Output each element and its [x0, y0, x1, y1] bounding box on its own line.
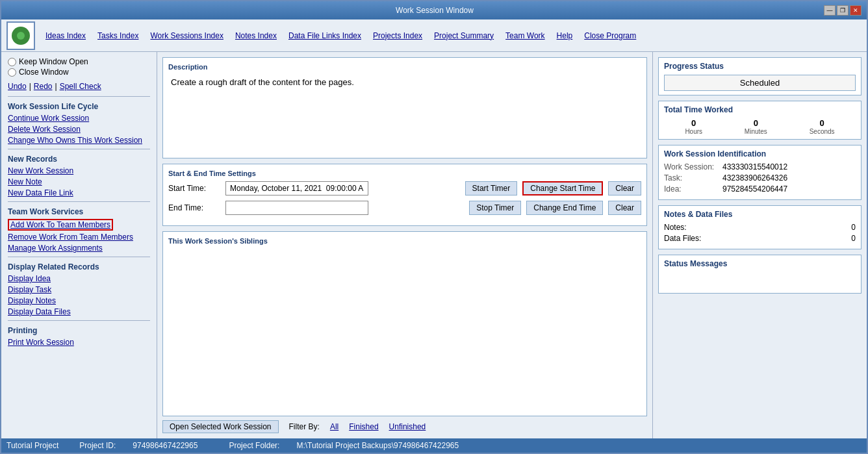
- title-bar: Work Session Window — ❐ ✕: [1, 1, 867, 19]
- total-time-title: Total Time Worked: [664, 105, 856, 114]
- display-notes-link[interactable]: Display Notes: [8, 296, 56, 305]
- status-project-folder-value: M:\Tutorial Project Backups\974986467422…: [296, 441, 459, 450]
- notes-data-title: Notes & Data Files: [664, 210, 856, 219]
- main-content: Keep Window Open Close Window Undo | Red…: [1, 52, 867, 438]
- change-who-owns-link[interactable]: Change Who Owns This Work Session: [8, 136, 142, 145]
- description-label: Description: [168, 63, 641, 71]
- status-project-folder: Project Folder: M:\Tutorial Project Back…: [229, 441, 469, 450]
- hours-label: Hours: [685, 128, 702, 135]
- print-work-session-item: Print Work Session: [8, 338, 150, 347]
- display-data-files-link[interactable]: Display Data Files: [8, 307, 71, 316]
- filter-finished-link[interactable]: Finished: [349, 422, 378, 431]
- start-clear-button[interactable]: Clear: [608, 181, 641, 195]
- nav-tasks-index[interactable]: Tasks Index: [97, 31, 138, 40]
- data-files-key: Data Files:: [664, 234, 701, 243]
- add-work-highlight: Add Work To Team Members: [8, 219, 113, 231]
- lifecycle-title: Work Session Life Cycle: [8, 102, 150, 111]
- status-bar: Tutorial Project Project ID: 97498646742…: [1, 438, 867, 453]
- nav-ideas-index[interactable]: Ideas Index: [45, 31, 86, 40]
- close-button[interactable]: ✕: [850, 5, 862, 16]
- main-window: Work Session Window — ❐ ✕ Ideas Index Ta…: [0, 0, 868, 454]
- seconds-value: 0: [810, 118, 835, 128]
- divider-3: [8, 201, 150, 202]
- nav-team-work[interactable]: Team Work: [505, 31, 544, 40]
- work-session-value: 433330315540012: [722, 162, 787, 171]
- minutes-item: 0 Minutes: [745, 118, 767, 135]
- display-task-link[interactable]: Display Task: [8, 285, 51, 294]
- notes-value: 0: [851, 223, 856, 232]
- filter-unfinished-link[interactable]: Unfinished: [389, 422, 426, 431]
- start-time-input[interactable]: [225, 181, 368, 195]
- work-session-id-row: Work Session: 433330315540012: [664, 162, 856, 171]
- siblings-label: This Work Session's Siblings: [168, 237, 641, 245]
- end-clear-button[interactable]: Clear: [608, 201, 641, 215]
- keep-window-open-radio[interactable]: Keep Window Open: [8, 57, 150, 66]
- divider-5: [8, 320, 150, 321]
- logo-inner: [17, 32, 25, 40]
- nav-help[interactable]: Help: [557, 31, 573, 40]
- hours-item: 0 Hours: [685, 118, 702, 135]
- end-time-input[interactable]: [225, 201, 368, 215]
- display-idea-item: Display Idea: [8, 274, 150, 283]
- change-end-time-button[interactable]: Change End Time: [526, 201, 603, 215]
- idea-key: Idea:: [664, 184, 722, 194]
- edit-actions: Undo | Redo | Spell Check: [8, 82, 150, 91]
- status-messages-title: Status Messages: [664, 259, 856, 268]
- display-task-item: Display Task: [8, 285, 150, 294]
- identification-section: Work Session Identification Work Session…: [658, 145, 862, 200]
- nav-projects-index[interactable]: Projects Index: [373, 31, 422, 40]
- notes-key: Notes:: [664, 223, 687, 232]
- restore-button[interactable]: ❐: [837, 5, 849, 16]
- redo-link[interactable]: Redo: [34, 82, 53, 91]
- change-who-owns-item: Change Who Owns This Work Session: [8, 136, 150, 145]
- new-note-link[interactable]: New Note: [8, 177, 42, 186]
- nav-notes-index[interactable]: Notes Index: [235, 31, 277, 40]
- nav-project-summary[interactable]: Project Summary: [434, 31, 494, 40]
- status-project-id-label: Project ID:: [79, 441, 116, 450]
- start-timer-button[interactable]: Start Timer: [465, 181, 518, 195]
- undo-link[interactable]: Undo: [8, 82, 27, 91]
- divider-4: [8, 257, 150, 257]
- idea-id-row: Idea: 975284554206447: [664, 184, 856, 194]
- minutes-value: 0: [745, 118, 767, 128]
- close-window-radio-input[interactable]: [8, 68, 16, 77]
- seconds-label: Seconds: [810, 128, 835, 135]
- continue-work-session-link[interactable]: Continue Work Session: [8, 114, 89, 123]
- manage-work-assignments-link[interactable]: Manage Work Assignments: [8, 244, 103, 253]
- start-time-label: Start Time:: [168, 184, 220, 193]
- nav-data-file-links-index[interactable]: Data File Links Index: [288, 31, 361, 40]
- description-text[interactable]: Create a rough draft of the content for …: [168, 75, 641, 153]
- filter-all-link[interactable]: All: [330, 422, 338, 431]
- add-work-to-team-link[interactable]: Add Work To Team Members: [10, 220, 110, 229]
- spell-check-link[interactable]: Spell Check: [60, 82, 101, 91]
- close-window-radio[interactable]: Close Window: [8, 68, 150, 77]
- keep-window-radio-input[interactable]: [8, 58, 16, 66]
- new-work-session-link[interactable]: New Work Session: [8, 166, 73, 175]
- change-start-time-button[interactable]: Change Start Time: [522, 181, 603, 195]
- minimize-button[interactable]: —: [824, 5, 836, 16]
- progress-status-box: Scheduled: [664, 75, 856, 91]
- nav-close-program[interactable]: Close Program: [584, 31, 636, 40]
- right-panel: Progress Status Scheduled Total Time Wor…: [652, 52, 867, 438]
- notes-row: Notes: 0: [664, 223, 856, 232]
- delete-work-session-link[interactable]: Delete Work Session: [8, 125, 81, 134]
- open-selected-button[interactable]: Open Selected Work Session: [162, 420, 279, 433]
- remove-work-from-team-link[interactable]: Remove Work From Team Members: [8, 233, 133, 242]
- progress-status-section: Progress Status Scheduled: [658, 57, 862, 95]
- new-data-file-link-link[interactable]: New Data File Link: [8, 188, 73, 197]
- filter-by-label: Filter By:: [289, 422, 320, 431]
- printing-title: Printing: [8, 326, 150, 335]
- nav-work-sessions-index[interactable]: Work Sessions Index: [150, 31, 223, 40]
- idea-value: 975284554206447: [722, 184, 787, 194]
- stop-timer-button[interactable]: Stop Timer: [469, 201, 521, 215]
- continue-work-session-item: Continue Work Session: [8, 114, 150, 123]
- remove-work-from-team-item: Remove Work From Team Members: [8, 233, 150, 242]
- display-idea-link[interactable]: Display Idea: [8, 274, 51, 283]
- time-worked-row: 0 Hours 0 Minutes 0 Seconds: [664, 118, 856, 135]
- display-notes-item: Display Notes: [8, 296, 150, 305]
- display-related-title: Display Related Records: [8, 262, 150, 271]
- end-time-label: End Time:: [168, 203, 220, 212]
- divider-1: [8, 96, 150, 97]
- notes-data-section: Notes & Data Files Notes: 0 Data Files: …: [658, 205, 862, 249]
- print-work-session-link[interactable]: Print Work Session: [8, 338, 74, 347]
